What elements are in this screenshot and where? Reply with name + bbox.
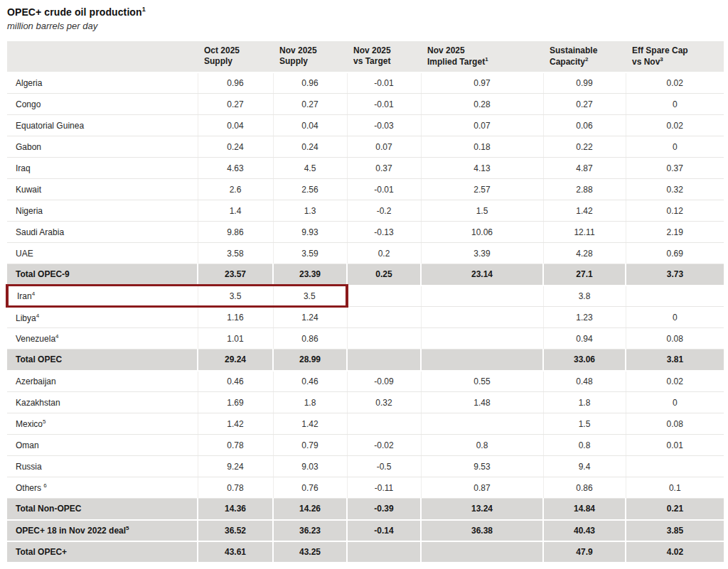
cell-value: 0.24 <box>198 136 273 158</box>
cell-value: 3.5 <box>198 286 273 307</box>
row-footnote-marker: 6 <box>43 482 46 489</box>
cell-value: 36.52 <box>198 520 273 541</box>
cell-value: 1.8 <box>273 392 347 413</box>
cell-value: 0.78 <box>198 477 273 499</box>
cell-value: -0.09 <box>347 371 421 392</box>
cell-value: 0.78 <box>198 435 273 456</box>
cell-value: 9.86 <box>198 222 273 243</box>
header-footnote-marker: 2 <box>585 56 588 63</box>
cell-value: 23.39 <box>273 264 347 286</box>
cell-value <box>347 413 421 435</box>
cell-value: 0.02 <box>626 371 724 392</box>
cell-value: 14.26 <box>273 499 347 520</box>
row-label: Congo <box>7 94 198 115</box>
cell-value: 3.81 <box>626 349 724 371</box>
table-row: Others 60.780.76-0.110.870.860.1 <box>7 477 724 499</box>
cell-value: 1.4 <box>198 200 273 222</box>
cell-value: 0.32 <box>347 392 421 413</box>
header-footnote-marker: 3 <box>660 56 663 63</box>
cell-value: 1.69 <box>198 392 273 413</box>
cell-value: 40.43 <box>543 520 626 541</box>
cell-value: 2.56 <box>273 179 347 200</box>
column-header-empty <box>7 41 198 72</box>
cell-value: 0.01 <box>626 435 724 456</box>
table-row: UAE3.583.590.23.394.280.69 <box>7 243 724 264</box>
cell-value: 0.07 <box>347 136 421 158</box>
cell-value: 0.28 <box>421 94 543 115</box>
cell-value: 9.4 <box>543 456 626 477</box>
row-label: Kuwait <box>7 179 198 200</box>
column-header: SustainableCapacity2 <box>543 41 626 72</box>
cell-value: 1.42 <box>273 413 347 435</box>
cell-value <box>626 456 724 477</box>
cell-value: 0.18 <box>421 136 543 158</box>
row-footnote-marker: 4 <box>32 291 35 297</box>
cell-value <box>421 413 543 435</box>
cell-value <box>347 328 421 349</box>
cell-value: 0.08 <box>626 413 724 435</box>
cell-value: 0.27 <box>273 94 347 115</box>
row-label: Algeria <box>7 72 198 94</box>
cell-value: 43.61 <box>198 541 273 563</box>
opec-production-page: OPEC+ crude oil production1 million barr… <box>0 0 728 569</box>
table-row: Congo0.270.27-0.010.280.270 <box>7 94 724 115</box>
cell-value: -0.13 <box>347 222 421 243</box>
cell-value <box>347 541 421 563</box>
title-block: OPEC+ crude oil production1 million barr… <box>0 0 728 31</box>
cell-value: 9.24 <box>198 456 273 477</box>
cell-value: 0.79 <box>273 435 347 456</box>
cell-value: 1.5 <box>421 200 543 222</box>
cell-value: 0 <box>626 307 724 328</box>
cell-value: -0.01 <box>347 179 421 200</box>
table-header: Oct 2025SupplyNov 2025SupplyNov 2025vs T… <box>7 41 724 72</box>
table-row: OPEC+ 18 in Nov 2022 deal536.5236.23-0.1… <box>7 520 724 541</box>
cell-value: 0.22 <box>543 136 626 158</box>
row-label: UAE <box>7 243 198 264</box>
table-row: Oman0.780.79-0.020.80.80.01 <box>7 435 724 456</box>
cell-value: 3.58 <box>198 243 273 264</box>
page-title: OPEC+ crude oil production1 <box>7 6 728 18</box>
cell-value: 3.59 <box>273 243 347 264</box>
row-footnote-marker: 5 <box>126 525 129 531</box>
cell-value: 0 <box>626 94 724 115</box>
table-row: Gabon0.240.240.070.180.220 <box>7 136 724 158</box>
cell-value: 4.63 <box>198 158 273 179</box>
cell-value: 0.08 <box>626 328 724 349</box>
cell-value: 0.02 <box>626 115 724 136</box>
cell-value: 1.8 <box>543 392 626 413</box>
cell-value <box>421 307 543 328</box>
cell-value: 9.03 <box>273 456 347 477</box>
cell-value: 1.42 <box>198 413 273 435</box>
page-title-footnote-marker: 1 <box>142 6 146 13</box>
table-row: Total OPEC29.2428.9933.063.81 <box>7 349 724 371</box>
cell-value: 0.87 <box>421 477 543 499</box>
cell-value: -0.39 <box>347 499 421 520</box>
row-label: Total Non-OPEC <box>7 499 198 520</box>
cell-value: 10.06 <box>421 222 543 243</box>
cell-value: 4.5 <box>273 158 347 179</box>
table-row: Iran43.53.53.8 <box>7 286 724 307</box>
cell-value: 47.9 <box>543 541 626 563</box>
cell-value: 2.6 <box>198 179 273 200</box>
cell-value <box>347 307 421 328</box>
cell-value: 3.5 <box>273 286 347 307</box>
cell-value: 1.16 <box>198 307 273 328</box>
cell-value: -0.2 <box>347 200 421 222</box>
table-row: Total OPEC+43.6143.2547.94.02 <box>7 541 724 563</box>
cell-value: 2.57 <box>421 179 543 200</box>
cell-value: -0.01 <box>347 94 421 115</box>
cell-value: 0.69 <box>626 243 724 264</box>
cell-value: 4.02 <box>626 541 724 563</box>
row-label: Mexico5 <box>7 413 198 435</box>
cell-value: 9.93 <box>273 222 347 243</box>
cell-value: 0 <box>626 392 724 413</box>
cell-value: 4.87 <box>543 158 626 179</box>
cell-value: 0.04 <box>273 115 347 136</box>
cell-value: 43.25 <box>273 541 347 563</box>
cell-value: 0.2 <box>347 243 421 264</box>
cell-value <box>626 286 724 307</box>
cell-value: 29.24 <box>198 349 273 371</box>
cell-value: 0.27 <box>543 94 626 115</box>
cell-value: 0.96 <box>198 72 273 94</box>
row-label: Equatorial Guinea <box>7 115 198 136</box>
